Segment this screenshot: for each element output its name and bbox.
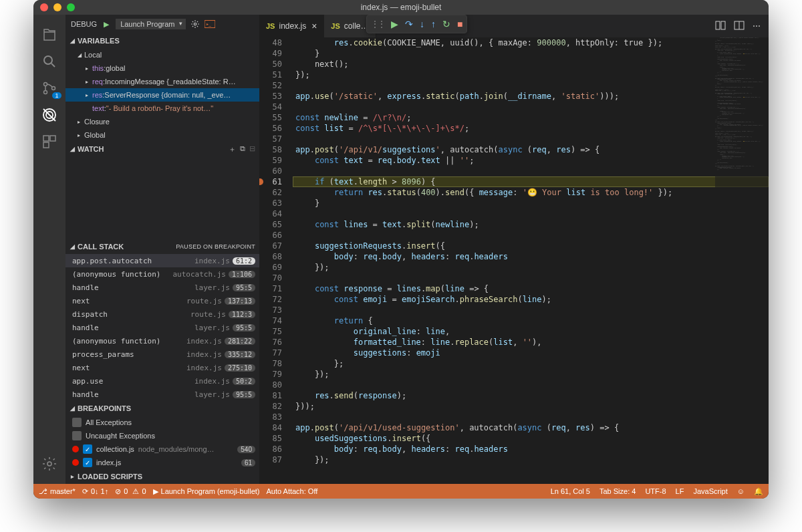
callstack-frame[interactable]: dispatchroute.js112:3 xyxy=(65,307,259,321)
var-res[interactable]: ▸res: ServerResponse {domain: null, _eve… xyxy=(65,88,259,102)
cursor-position[interactable]: Ln 61, Col 5 xyxy=(551,487,590,496)
launch-status[interactable]: ▶ Launch Program (emoji-bullet) xyxy=(153,487,260,496)
callstack-frame[interactable]: (anonymous function)autocatch.js1:106 xyxy=(65,267,259,281)
code-content[interactable]: res.cookie(COOKIE_NAME, uuid(), { maxAge… xyxy=(293,37,769,484)
compare-icon[interactable] xyxy=(715,20,726,33)
source-control-icon[interactable]: 1 xyxy=(33,75,65,102)
callstack-header[interactable]: ◢Call StackPAUSED ON BREAKPOINT xyxy=(65,239,259,254)
statusbar: ⎇ master* ⟳ 0↓ 1↑ ⊘ 0 ⚠ 0 ▶ Launch Progr… xyxy=(33,484,769,499)
breakpoint-row[interactable]: ✓collection.jsnode_modules/mong…540 xyxy=(65,442,259,456)
git-branch[interactable]: ⎇ master* xyxy=(39,487,76,496)
svg-text:▸_: ▸_ xyxy=(207,21,212,27)
continue-icon[interactable]: ▶ xyxy=(391,19,398,29)
git-sync[interactable]: ⟳ 0↓ 1↑ xyxy=(82,487,108,496)
svg-rect-16 xyxy=(721,21,725,29)
step-out-icon[interactable]: ↑ xyxy=(431,19,436,29)
editor-tabs: JSindex.js× JScolle… ⋮⋮ ▶ ↷ ↓ ↑ ↻ ■ ⋯ xyxy=(259,15,769,37)
more-actions-icon[interactable]: ⋯ xyxy=(753,21,761,31)
minimap[interactable]: res.cookie(COOKIE_NAME, uuid(), { maxAge… xyxy=(715,37,769,484)
main: 1 DEBUG ▶ Launch Program ▸_ ◢Variables ◢… xyxy=(33,15,769,484)
callstack-frame[interactable]: process_paramsindex.js335:12 xyxy=(65,348,259,361)
stop-icon[interactable]: ■ xyxy=(457,19,462,29)
watch-body xyxy=(65,156,259,239)
variables-body: ◢Local ▸this: global ▸req: IncomingMessa… xyxy=(65,48,259,142)
svg-point-12 xyxy=(194,23,197,25)
var-this[interactable]: ▸this: global xyxy=(65,61,259,75)
callstack-frame[interactable]: handlelayer.js95:5 xyxy=(65,388,259,401)
breakpoint-row[interactable]: ✓index.js61 xyxy=(65,456,259,469)
callstack-frame[interactable]: nextroute.js137:13 xyxy=(65,294,259,307)
notifications-icon[interactable]: 🔔 xyxy=(754,487,763,496)
step-over-icon[interactable]: ↷ xyxy=(405,19,413,29)
scope-closure[interactable]: ▸Closure xyxy=(65,115,259,128)
launch-config-select[interactable]: Launch Program xyxy=(116,19,186,29)
scope-global[interactable]: ▸Global xyxy=(65,128,259,142)
start-debug-icon[interactable]: ▶ xyxy=(101,19,112,29)
watch-remove-icon[interactable]: ⊟ xyxy=(249,144,255,154)
editor-area: JSindex.js× JScolle… ⋮⋮ ▶ ↷ ↓ ↑ ↻ ■ ⋯ xyxy=(259,15,769,484)
debug-icon[interactable] xyxy=(33,102,65,128)
step-into-icon[interactable]: ↓ xyxy=(420,19,424,29)
callstack-frame[interactable]: (anonymous function)index.js281:22 xyxy=(65,334,259,348)
tab-size[interactable]: Tab Size: 4 xyxy=(599,487,636,496)
problems[interactable]: ⊘ 0 ⚠ 0 xyxy=(115,487,146,496)
svg-point-4 xyxy=(52,87,55,90)
callstack-frame[interactable]: nextindex.js275:10 xyxy=(65,361,259,374)
eol[interactable]: LF xyxy=(676,487,684,496)
var-text[interactable]: text: "- Build a robot\n- Pray it's not…… xyxy=(65,102,259,115)
svg-point-11 xyxy=(47,462,51,466)
scope-local[interactable]: ◢Local xyxy=(65,48,259,61)
callstack-body: app.post.autocatchindex.js61:2(anonymous… xyxy=(65,254,259,401)
variables-header[interactable]: ◢Variables xyxy=(65,33,259,48)
breakpoint-row[interactable]: Uncaught Exceptions xyxy=(65,429,259,442)
svg-point-0 xyxy=(44,56,52,64)
debug-floating-toolbar[interactable]: ⋮⋮ ▶ ↷ ↓ ↑ ↻ ■ xyxy=(366,15,467,33)
debug-sidebar: DEBUG ▶ Launch Program ▸_ ◢Variables ◢Lo… xyxy=(65,15,259,484)
loaded-scripts-header[interactable]: ▸Loaded Scripts xyxy=(65,469,259,484)
svg-rect-8 xyxy=(43,136,49,141)
code-editor[interactable]: 4849505152535455565758596061626364656667… xyxy=(259,37,769,484)
debug-console-icon[interactable]: ▸_ xyxy=(205,19,215,29)
svg-line-1 xyxy=(51,63,55,67)
language-mode[interactable]: JavaScript xyxy=(693,487,727,496)
extensions-icon[interactable] xyxy=(33,128,65,155)
svg-point-3 xyxy=(44,91,47,94)
close-window-button[interactable] xyxy=(40,3,48,11)
split-editor-icon[interactable] xyxy=(734,20,745,33)
settings-gear-icon[interactable] xyxy=(33,450,65,477)
svg-rect-9 xyxy=(50,136,55,141)
close-tab-icon[interactable]: × xyxy=(311,21,317,31)
line-gutter[interactable]: 4849505152535455565758596061626364656667… xyxy=(259,37,293,484)
watch-add-icon[interactable]: ＋ xyxy=(229,144,236,154)
search-icon[interactable] xyxy=(33,48,65,75)
drag-handle-icon[interactable]: ⋮⋮ xyxy=(371,19,384,29)
feedback-icon[interactable]: ☺ xyxy=(737,487,745,496)
callstack-frame[interactable]: app.post.autocatchindex.js61:2 xyxy=(65,254,259,267)
auto-attach[interactable]: Auto Attach: Off xyxy=(266,487,317,495)
encoding[interactable]: UTF-8 xyxy=(645,487,666,496)
window: index.js — emoji-bullet 1 DEBUG ▶ Launch… xyxy=(33,0,769,499)
debug-settings-icon[interactable] xyxy=(190,19,200,29)
debug-header: DEBUG ▶ Launch Program ▸_ xyxy=(65,15,259,33)
svg-rect-10 xyxy=(43,142,49,148)
debug-status: PAUSED ON BREAKPOINT xyxy=(176,243,259,250)
titlebar: index.js — emoji-bullet xyxy=(33,0,769,15)
minimize-window-button[interactable] xyxy=(53,3,61,11)
callstack-frame[interactable]: handlelayer.js95:5 xyxy=(65,321,259,334)
callstack-frame[interactable]: app.useindex.js50:2 xyxy=(65,374,259,388)
callstack-frame[interactable]: handlelayer.js95:5 xyxy=(65,281,259,294)
breakpoint-row[interactable]: All Exceptions xyxy=(65,416,259,429)
restart-icon[interactable]: ↻ xyxy=(442,19,450,29)
explorer-icon[interactable] xyxy=(33,21,65,48)
zoom-window-button[interactable] xyxy=(67,3,75,11)
watch-header[interactable]: ◢Watch ＋ ⧉ ⊟ xyxy=(65,142,259,156)
svg-rect-15 xyxy=(716,21,720,29)
debug-label: DEBUG xyxy=(71,20,97,28)
breakpoints-header[interactable]: ◢Breakpoints xyxy=(65,401,259,416)
svg-point-2 xyxy=(44,83,47,86)
breakpoints-body: All ExceptionsUncaught Exceptions✓collec… xyxy=(65,416,259,469)
watch-collapse-icon[interactable]: ⧉ xyxy=(240,144,245,154)
activity-bar: 1 xyxy=(33,15,65,484)
var-req[interactable]: ▸req: IncomingMessage {_readableState: R… xyxy=(65,75,259,88)
tab-index-js[interactable]: JSindex.js× xyxy=(259,15,324,37)
